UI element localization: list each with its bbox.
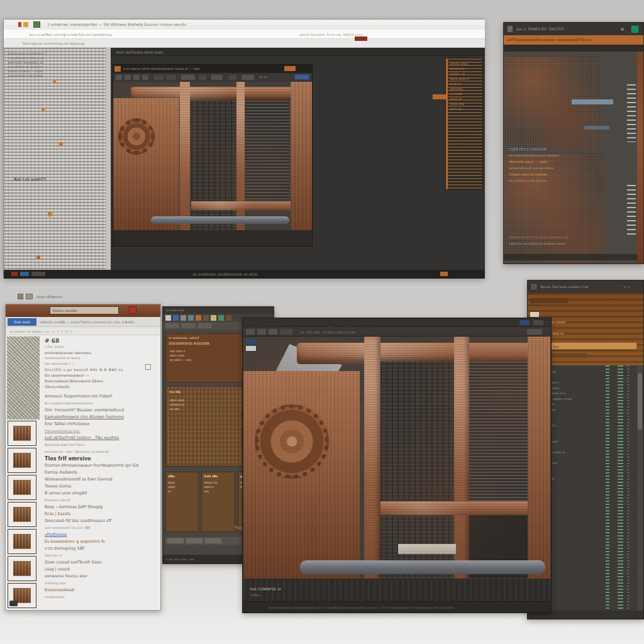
tr-row: abanaab aana — aaba [504,158,623,165]
subwindow-toolbar[interactable]: as aa [113,73,312,82]
orange-node-icon [42,108,45,111]
palette-icon[interactable] [218,315,224,321]
tab-strip[interactable]: anrv si swfTanc vra m@ st baw Ssb vne sa… [4,30,485,39]
tool-button[interactable] [246,329,255,335]
palette-icon[interactable] [226,315,231,321]
tool-button[interactable] [229,75,236,80]
main-menubar[interactable]: FsleEsdtVsewIssgeLsyerSslectFslterWsnd [243,318,551,327]
sidebar-line: Gsanabase as asabass [8,65,102,69]
subwindow-titlebar[interactable]: a as wanss tame wanabsateanv saasa af — … [113,65,312,73]
scrollbar-thumb[interactable] [638,373,642,430]
palette-icon[interactable] [211,315,216,321]
palette-icon[interactable] [180,315,186,321]
tr-orange-band[interactable]: aaTTTraaaaLaaaLaTaaaaaaaaa—aaaaLaaaaTaTT… [504,35,643,45]
br-title-icons[interactable]: ^ v = [619,284,630,289]
bl-selected-tab[interactable]: Sun ssss [8,318,36,326]
bl-thumbnails[interactable] [8,421,39,610]
tool-button[interactable] [181,75,195,80]
tr-titlebar[interactable]: Jaa a' SSAES BV' SACSTO [504,23,643,35]
tool-button[interactable] [116,75,122,80]
thumbnail[interactable] [8,475,36,500]
app-icon-red [18,22,21,27]
subwindow-orange-chip[interactable] [284,66,296,71]
sidebar-tree[interactable]: Savbeanass asabenass ss asabaseab nabass… [4,48,106,270]
intro-line: Obsscsrbosfs [45,384,158,389]
tool-button[interactable] [133,75,140,80]
group-c-col[interactable]: Ssls IBs sbsse ss ssbs s sss [201,472,235,532]
sidebar-scrollbar[interactable] [106,48,111,270]
machine-image-small[interactable] [113,82,312,246]
bl-titlebar[interactable]: Dssss ssssbs [6,304,160,317]
palette-icon[interactable] [173,315,179,321]
tool-button[interactable] [242,75,254,80]
canvas-menu-text: annr aa'bavea sena saas [116,50,304,54]
thumbnail[interactable] [8,529,36,554]
canvas-area[interactable]: annr aa'bavea sena saas a as wanss tame … [111,48,485,270]
tr-minimize-icon[interactable] [621,28,624,31]
bl-toolbar-2[interactable]: ss sssssbs sw ssbsg — ss · s · s · t · 1… [6,327,160,335]
tool-button[interactable] [280,329,292,335]
segment-button[interactable] [167,538,184,543]
marker-column [627,84,636,142]
segment-button[interactable] [186,538,203,543]
bl-toolbar-1[interactable]: Sun ssss ssDts/Sv-wsGBA — ssssw Tlatdse … [6,317,160,327]
code-strip-panel[interactable]: aebav anasabea-anaaabea: asaaba anas aas… [445,58,483,190]
white-chip[interactable] [530,312,539,317]
minimap-column[interactable] [606,365,609,611]
tool-button[interactable] [166,75,176,80]
thumbnail-image [13,480,31,495]
minimap-column[interactable] [627,365,630,611]
intro-line: enssnwseasser sesnsess [45,350,158,355]
thumbnail[interactable] [8,448,36,473]
tr-green-icon[interactable] [631,25,639,33]
segment-button[interactable] [198,323,212,328]
segment-button[interactable] [205,538,221,543]
canvas-menubar[interactable]: annr aa'bavea sena saas [111,48,485,56]
br-titlebar[interactable]: Ssvss Sss'ssss ssssss s'ss ^ v = [528,280,643,293]
code-line: aaba anas a [446,76,482,81]
group-line: sbss ssss [170,353,233,358]
bl-title-field[interactable]: Dssss ssssbs [50,306,119,314]
minimap-column[interactable] [618,365,623,611]
tool-button[interactable] [199,75,206,80]
palette-icon[interactable] [165,315,171,321]
menu-right-chip[interactable] [519,320,530,325]
palette-icon[interactable] [203,315,209,321]
tool-button[interactable] [211,75,223,80]
code-line: abea-ana [446,66,482,71]
tool-button[interactable] [142,75,148,80]
rust-overlay [243,336,550,601]
palette-icon[interactable] [196,315,201,321]
thumbnail[interactable] [8,421,36,446]
image-subwindow[interactable]: a as wanss tame wanabsateanv saasa af — … [113,64,313,247]
orange-node-icon [36,255,40,259]
tool-button[interactable] [269,329,277,335]
list-line: aser seeseossfc'l ba d.d: 3BF [45,525,159,531]
tool-button[interactable] [125,75,131,80]
tool-button[interactable] [153,75,164,80]
palette-icon[interactable] [188,315,194,321]
bookmarks-bar[interactable]: Siba ragtvan sevwrtsrtag saf tatgaacgy [4,39,485,48]
red-tab-chip[interactable] [355,36,367,41]
menu-right-chip[interactable] [533,320,543,325]
tr-content[interactable]: SSBN MSCE'LSASGBNaa aabenaa aansa as aas… [504,52,643,264]
thumbnail[interactable] [8,556,36,581]
tr-rows: SSBN MSCE'LSASGBNaa aabenaa aansa as aas… [504,146,623,184]
main-toolbar[interactable]: ss · sss ssbs · ss ssss | sbss ss ssbs [243,327,551,336]
segment-button[interactable] [165,323,179,328]
bl-close-button[interactable] [129,306,136,314]
blue-badge[interactable] [294,74,309,80]
app-icon-yellow [23,22,28,27]
segment-button[interactable] [182,323,196,328]
tool-button[interactable] [257,329,266,335]
group-c-col[interactable]: sNo sbss ssbs ss [165,472,199,532]
machine-image-large[interactable]: Yo0 COMNPSE IV sHsss [243,336,550,601]
window-title: t asnwtnec snerestgarrtes — Sib Wtstwey … [48,22,425,26]
titlebar[interactable]: t asnwtnec snerestgarrtes — Sib Wtstwey … [4,19,485,30]
thumbnail[interactable] [8,502,36,527]
mid-row1[interactable]: ss ssss ssss [163,307,274,314]
tool-button[interactable] [527,329,542,335]
br-scrollbar[interactable] [637,365,643,611]
checkbox-outline[interactable] [145,364,151,370]
orange-node-icon [53,80,56,84]
